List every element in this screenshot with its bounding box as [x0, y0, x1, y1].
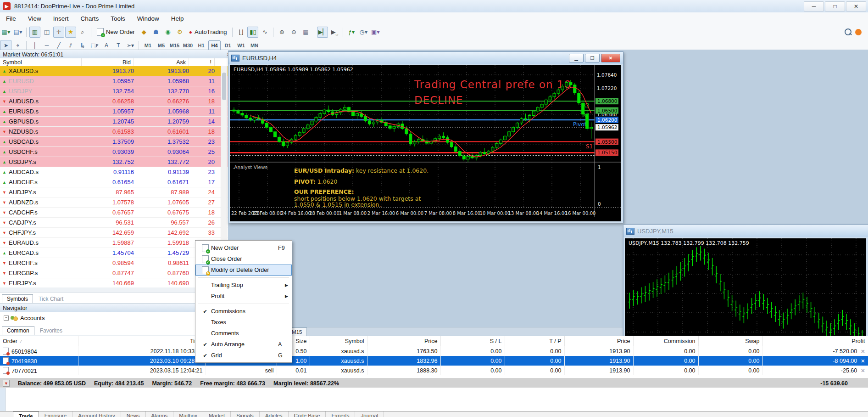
market-watch-row[interactable]: ▼AUDUSD.s0.662580.6627618 — [0, 96, 228, 107]
terminal-col-symbol[interactable]: Symbol — [310, 336, 367, 346]
periods-button[interactable]: ◷▾ — [358, 27, 369, 38]
menu-file[interactable]: File — [0, 12, 22, 24]
bottom-tab-journal[interactable]: Journal — [355, 411, 384, 417]
navigator-item-accounts[interactable]: Accounts — [20, 315, 45, 321]
timeframe-m5[interactable]: M5 — [155, 40, 167, 51]
profiles-button[interactable]: ▤▾ — [12, 27, 23, 38]
market-watch-row[interactable]: ▲USDCAD.s1.375091.3753223 — [0, 137, 228, 147]
menu-item-taxes[interactable]: Taxes — [195, 317, 292, 328]
signals-button[interactable]: ☗ — [150, 27, 161, 38]
menu-tools[interactable]: Tools — [105, 12, 131, 24]
bottom-tab-exposure[interactable]: Exposure — [39, 411, 73, 417]
chart-close-button[interactable]: ✕ — [601, 54, 620, 62]
menu-view[interactable]: View — [22, 12, 47, 24]
market-watch-row[interactable]: ▲AUDCAD.s0.911160.9113923 — [0, 167, 228, 177]
terminal-col-commission[interactable]: Commission — [633, 336, 698, 346]
mw-col-![interactable]: ! — [189, 58, 215, 66]
order-row-70419830[interactable]: 704198302023.03.10 09:28:15sell1.00xauus… — [0, 356, 868, 366]
candlestick-chart-button[interactable]: ▮▯ — [247, 27, 258, 38]
menu-item-grid[interactable]: ✔GridG — [195, 350, 292, 361]
bottom-tab-market[interactable]: Market — [203, 411, 231, 417]
timeframe-mn[interactable]: MN — [248, 40, 261, 51]
market-watch-row[interactable]: ▼EURCHF.s0.985940.98611 — [0, 258, 228, 268]
zoom-in-button[interactable]: ⊕ — [276, 27, 287, 38]
market-watch-row[interactable]: ▼CADCHF.s0.676570.6767518 — [0, 208, 228, 218]
menu-item-auto-arrange[interactable]: ✔Auto ArrangeA — [195, 339, 292, 350]
tab-common[interactable]: Common — [2, 326, 34, 335]
navigator-toggle-button[interactable]: ✛ — [53, 27, 64, 38]
market-watch-row[interactable]: ▲USDJPY.s132.752132.77220 — [0, 157, 228, 167]
market-watch-row[interactable]: ▲GBPUSD.s1.207451.2075914 — [0, 117, 228, 127]
menu-charts[interactable]: Charts — [75, 12, 105, 24]
market-watch-row[interactable]: ▼EURAUD.s1.598871.5991831 — [0, 238, 228, 248]
chart-shift-button[interactable]: ▶˽ — [329, 27, 340, 38]
timeframe-h1[interactable]: H1 — [195, 40, 207, 51]
bar-chart-button[interactable]: ⌊⌋ — [235, 27, 246, 38]
close-order-icon[interactable]: ✕ — [861, 349, 865, 354]
bottom-tab-articles[interactable]: Articles — [260, 411, 289, 417]
menu-item-close-order[interactable]: ✓Close Order — [195, 254, 292, 265]
autotrading-button[interactable]: ●AutoTrading — [186, 27, 230, 38]
new-chart-button[interactable]: ▦▾ — [0, 27, 11, 38]
minimize-button[interactable]: ─ — [804, 1, 824, 11]
menu-help[interactable]: Help — [165, 12, 190, 24]
market-watch-toggle-button[interactable]: ▥ — [29, 27, 40, 38]
maximize-button[interactable]: □ — [825, 1, 845, 11]
market-watch-row[interactable]: ▼EURGBP.s0.877470.87760 — [0, 268, 228, 278]
search-icon[interactable] — [845, 28, 851, 35]
line-chart-button[interactable]: ∿ — [259, 27, 270, 38]
market-watch-row[interactable]: ▼AUDNZD.s1.075781.0760527 — [0, 197, 228, 208]
timeframe-h4[interactable]: H4 — [208, 40, 221, 51]
menu-item-new-order[interactable]: +New OrderF9 — [195, 242, 292, 254]
bottom-tab-news[interactable]: News — [121, 411, 146, 417]
market-watch-row[interactable]: ▲USDCHF.s0.930390.9306425 — [0, 147, 228, 157]
menu-window[interactable]: Window — [131, 12, 165, 24]
tab-favorites[interactable]: Favorites — [35, 327, 67, 335]
close-order-icon[interactable]: ✕ — [861, 358, 865, 364]
bottom-tab-alarms[interactable]: Alarms — [146, 411, 174, 417]
market-watch-row[interactable]: ▼CADJPY.s96.53196.55726 — [0, 218, 228, 228]
tab-tick-chart[interactable]: Tick Chart — [34, 295, 68, 303]
terminal-col-price[interactable]: Price — [564, 336, 633, 346]
mw-col-bid[interactable]: Bid — [82, 58, 134, 66]
chart-window-usdjpy-titlebar[interactable]: USDJPY,M15 — [623, 225, 868, 237]
terminal-col-sl[interactable]: S / L — [440, 336, 505, 346]
bottom-tab-experts[interactable]: Experts — [326, 411, 355, 417]
menu-item-profit[interactable]: Profit▶ — [195, 291, 292, 302]
timeframe-d1[interactable]: D1 — [222, 40, 234, 51]
chart-window-usdjpy[interactable]: USDJPY,M15 USDJPY,M15 132.783 132.799 13… — [623, 225, 868, 337]
market-watch-row[interactable]: ▲AUDCHF.s0.616540.6167117 — [0, 177, 228, 187]
market-button[interactable]: ◆ — [139, 27, 150, 38]
mql-settings-button[interactable]: ⚙ — [174, 27, 185, 38]
mw-col-ask[interactable]: Ask — [134, 58, 189, 66]
data-window-button[interactable]: ◫ — [41, 27, 52, 38]
timeframe-m15[interactable]: M15 — [168, 40, 181, 51]
terminal-col-time[interactable]: Time — [78, 336, 206, 346]
bottom-tab-code-base[interactable]: Code Base — [289, 411, 326, 417]
timeframe-w1[interactable]: W1 — [235, 40, 247, 51]
close-order-icon[interactable]: ✕ — [861, 368, 865, 373]
tab-symbols[interactable]: Symbols — [2, 294, 33, 303]
menu-insert[interactable]: Insert — [47, 12, 75, 24]
market-watch-row[interactable]: ▼NZDUSD.s0.615830.6160118 — [0, 127, 228, 137]
favorites-button[interactable]: ★ — [65, 27, 76, 38]
chart-minimize-button[interactable]: ▁ — [569, 54, 584, 62]
terminal-col-swap[interactable]: Swap — [698, 336, 762, 346]
bottom-tab-account-history[interactable]: Account History — [72, 411, 121, 417]
order-row-65019804[interactable]: 650198042022.11.18 10:33:16sell0.50xauus… — [0, 346, 868, 356]
usdjpy-chart-canvas[interactable]: USDJPY,M15 132.783 132.799 132.708 132.7… — [625, 238, 866, 336]
market-watch-row[interactable]: ▲XAUUSD.s1913.701913.9020 — [0, 66, 228, 76]
menu-item-comments[interactable]: Comments — [195, 328, 292, 339]
eurusd-chart-canvas[interactable]: Trading Central prefe on 10DECLINER3R2Pi… — [230, 65, 621, 221]
chart-restore-button[interactable]: ❐ — [585, 54, 600, 62]
new-order-button[interactable]: +New Order — [94, 27, 138, 38]
notification-badge-icon[interactable] — [855, 29, 862, 35]
terminal-col-order[interactable]: Order ∕ — [0, 336, 78, 346]
market-watch-row[interactable]: ▼EURJPY.s140.669140.690 — [0, 278, 228, 287]
market-watch-row[interactable]: ▲USDJPY132.754132.77016 — [0, 86, 228, 96]
market-watch-row[interactable]: ▲EURUSD1.059571.0596811 — [0, 76, 228, 86]
bottom-tab-signals[interactable]: Signals — [231, 411, 260, 417]
search-symbols-button[interactable]: ⌕ — [77, 27, 88, 38]
order-row-70770021[interactable]: 707700212023.03.15 12:04:21sell0.01xauus… — [0, 366, 868, 375]
menu-item-commissions[interactable]: ✔Commissions — [195, 306, 292, 317]
